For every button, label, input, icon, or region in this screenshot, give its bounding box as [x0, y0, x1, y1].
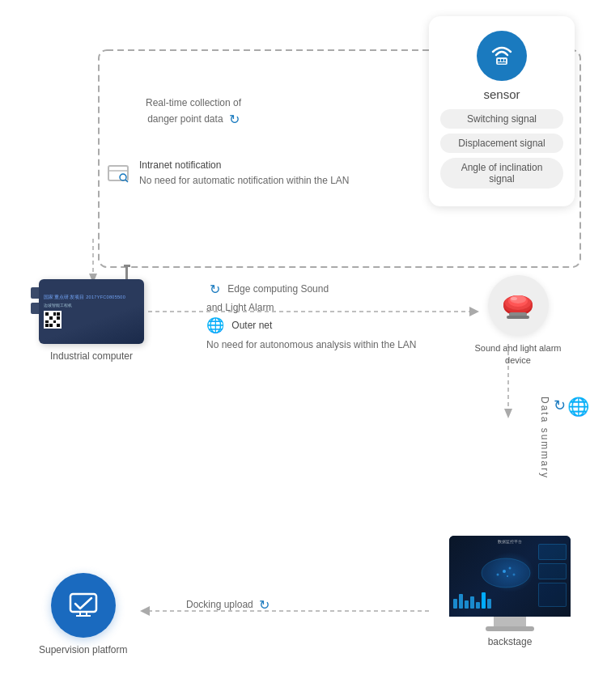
data-globe-icon: 🌐 [567, 397, 591, 418]
docking-text-area: Docking upload ↻ [186, 597, 270, 613]
svg-rect-13 [498, 62, 506, 64]
intranet-line1: Intranet notification [139, 158, 349, 173]
outer-net-label: Outer net No need for autonomous analysi… [206, 320, 416, 350]
edge-sync-icon: ↻ [210, 279, 220, 300]
bar-1 [453, 599, 457, 609]
alarm-caption: Sound and light alarm device [473, 342, 562, 367]
bar-6 [482, 592, 486, 609]
svg-point-16 [120, 174, 126, 180]
bar-4 [470, 596, 474, 609]
svg-point-25 [511, 297, 517, 300]
outer-net-area: 🌐 Outer net No need for autonomous analy… [206, 314, 416, 353]
ic-tab-1 [31, 287, 39, 299]
signal-tag-inclination: Angle of inclination signal [440, 158, 563, 189]
ic-device-body: 国家重点研发项目 2017YFC0805500 边坡智能工程机 [39, 279, 144, 344]
intranet-text: Intranet notification No need for automa… [139, 158, 349, 189]
supervision-platform: Supervision platform [39, 573, 127, 655]
ic-tab-2 [31, 303, 39, 314]
docking-sync-icon: ↻ [259, 597, 270, 613]
svg-point-27 [503, 570, 506, 573]
data-summary: 🌐 ↻ Data summary [539, 397, 591, 479]
svg-rect-10 [498, 59, 500, 62]
alarm-device: Sound and light alarm device [473, 275, 562, 367]
svg-rect-24 [507, 316, 529, 319]
ic-left-tabs [31, 287, 39, 314]
monitor-display: 数据监控平台 [449, 536, 571, 617]
svg-marker-8 [140, 606, 150, 616]
outer-net-line2: No need for autonomous analysis within t… [206, 339, 416, 350]
sensor-icon [486, 40, 517, 71]
svg-point-26 [482, 558, 530, 588]
monitor-stand [494, 617, 526, 626]
signal-tag-switching: Switching signal [440, 109, 563, 129]
globe-icon: 🌐 [206, 314, 224, 337]
docking-label: Docking upload [186, 599, 253, 610]
monitor-map [473, 550, 538, 595]
alarm-circle [488, 275, 549, 336]
ic-label: 国家重点研发项目 2017YFC0805500 [44, 295, 125, 300]
ic-sublabel: 边坡智能工程机 [44, 303, 72, 308]
industrial-computer: 国家重点研发项目 2017YFC0805500 边坡智能工程机 Industri… [39, 279, 144, 362]
bar-3 [465, 600, 469, 609]
sensor-icon-circle [477, 31, 527, 81]
outer-net-line1: Outer net [231, 320, 272, 331]
sensor-label: sensor [483, 87, 520, 101]
bar-2 [459, 594, 463, 609]
monitor-bars [453, 592, 491, 609]
svg-marker-6 [504, 409, 512, 418]
svg-rect-32 [70, 594, 96, 612]
bar-7 [487, 599, 491, 609]
supervision-caption: Supervision platform [39, 644, 127, 655]
edge-computing-label: Edge computing Soundand Light Alarm [206, 283, 329, 313]
industrial-computer-caption: Industrial computer [50, 350, 133, 362]
alarm-icon [496, 283, 541, 328]
intranet-area: Intranet notification No need for automa… [105, 158, 349, 191]
svg-rect-12 [504, 59, 506, 62]
realtime-label: Real-time collection ofdanger point data [146, 97, 241, 125]
intranet-icon [105, 159, 131, 191]
diagram-container: sensor Switching signal Displacement sig… [0, 0, 607, 700]
realtime-text: Real-time collection ofdanger point data… [146, 95, 241, 129]
edge-computing-area: ↻ Edge computing Soundand Light Alarm [206, 279, 329, 316]
svg-rect-14 [108, 166, 128, 180]
svg-point-30 [513, 574, 516, 576]
bar-5 [476, 602, 480, 609]
monitor-side-graphs [538, 544, 567, 607]
monitor-base [486, 626, 534, 631]
data-sync-icon: ↻ [554, 397, 567, 414]
svg-point-29 [497, 574, 499, 576]
data-summary-label: Data summary [539, 397, 550, 479]
sync-icon: ↻ [229, 110, 240, 129]
sensor-box: sensor Switching signal Displacement sig… [429, 16, 575, 206]
svg-point-31 [507, 575, 508, 577]
intranet-line2: No need for automatic notification withi… [139, 173, 349, 189]
backstage-caption: backstage [488, 636, 533, 647]
svg-rect-11 [501, 59, 503, 62]
supervision-circle [51, 573, 116, 638]
supervision-icon [66, 588, 101, 623]
backstage: 数据监控平台 [449, 536, 571, 647]
svg-point-28 [509, 567, 511, 570]
ic-qr [44, 311, 62, 329]
signal-tag-displacement: Displacement signal [440, 134, 563, 153]
monitor-screen: 数据监控平台 [449, 536, 571, 617]
ic-antenna [125, 265, 128, 279]
